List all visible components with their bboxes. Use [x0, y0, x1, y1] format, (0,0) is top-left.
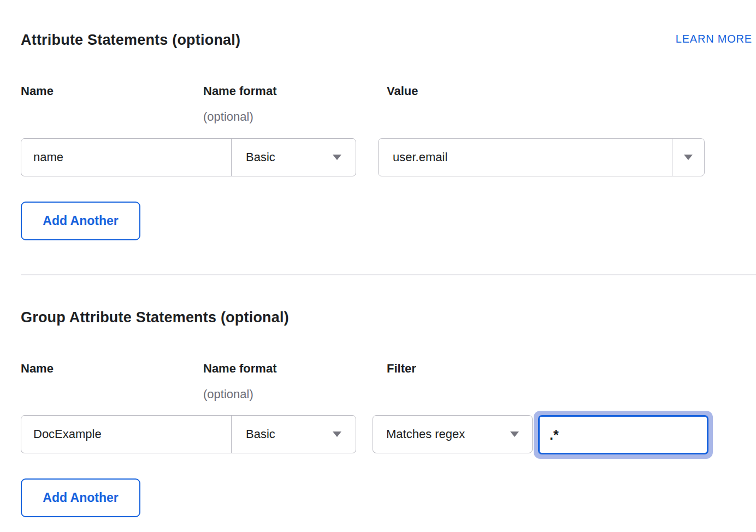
name-format-optional-note: (optional) [203, 110, 253, 124]
attribute-value-input[interactable] [379, 139, 672, 176]
group-name-format-optional-note: (optional) [203, 387, 253, 401]
chevron-down-icon [510, 431, 519, 437]
attribute-name-group: Basic [21, 138, 356, 176]
group-filter-value-input[interactable] [538, 415, 708, 454]
column-header-name: Name [21, 84, 54, 98]
attribute-name-input[interactable] [21, 139, 231, 176]
attribute-name-format-select[interactable]: Basic [231, 139, 356, 176]
chevron-down-icon [684, 155, 693, 160]
attribute-name-format-value: Basic [246, 150, 275, 164]
group-filter-value-focus-ring [534, 411, 713, 459]
group-column-header-name-format: Name format [203, 362, 276, 376]
add-another-group-attribute-button[interactable]: Add Another [21, 478, 140, 517]
section-divider [21, 274, 756, 275]
saml-settings-page: Attribute Statements (optional) LEARN MO… [0, 0, 756, 532]
group-filter-type-select[interactable]: Matches regex [373, 415, 533, 453]
group-attribute-name-format-value: Basic [246, 427, 275, 441]
add-another-attribute-button[interactable]: Add Another [21, 202, 140, 240]
column-header-name-format: Name format [203, 84, 276, 98]
group-attribute-name-format-select[interactable]: Basic [231, 416, 356, 453]
chevron-down-icon [333, 155, 341, 160]
group-attribute-name-input[interactable] [21, 416, 231, 453]
attribute-statements-title: Attribute Statements (optional) [21, 32, 240, 49]
learn-more-link[interactable]: LEARN MORE [676, 33, 752, 45]
group-attribute-name-group: Basic [21, 415, 356, 453]
group-attribute-statements-title: Group Attribute Statements (optional) [21, 309, 289, 326]
group-filter-type-value: Matches regex [386, 427, 465, 441]
chevron-down-icon [333, 431, 341, 437]
group-column-header-name: Name [21, 362, 54, 376]
attribute-value-dropdown-button[interactable] [672, 139, 704, 176]
attribute-value-combobox [378, 138, 705, 176]
column-header-value: Value [387, 84, 418, 98]
group-column-header-filter: Filter [387, 362, 416, 376]
